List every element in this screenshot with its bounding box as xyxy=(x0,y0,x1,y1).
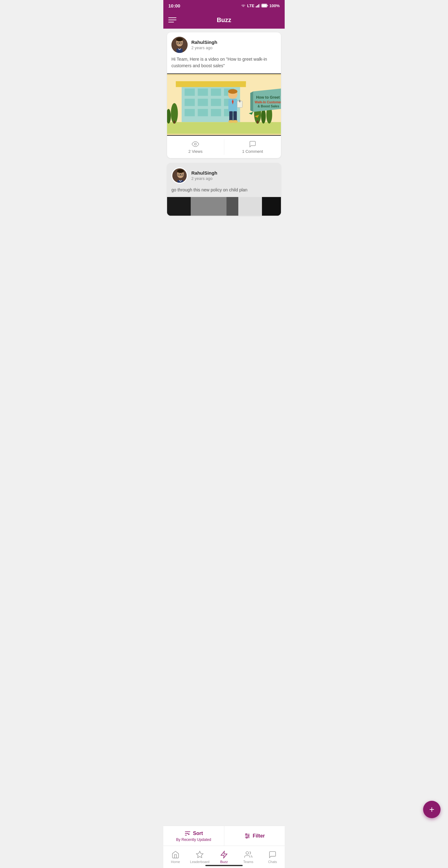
svg-rect-3 xyxy=(259,4,260,7)
avatar-2 xyxy=(171,167,188,184)
svg-rect-19 xyxy=(211,88,221,96)
post-text-2: go through this new policy on child plan xyxy=(167,187,281,197)
preview-light-1 xyxy=(191,197,226,216)
svg-point-44 xyxy=(232,120,238,123)
status-icons: LTE 100% xyxy=(241,3,280,8)
svg-rect-25 xyxy=(185,109,195,116)
post-card-2: RahulSingh 2 years ago go through this n… xyxy=(167,163,281,216)
comments-count: 1 Comment xyxy=(242,149,263,154)
svg-rect-26 xyxy=(198,109,208,116)
svg-rect-27 xyxy=(211,109,221,116)
svg-rect-17 xyxy=(185,88,195,96)
battery-icon xyxy=(261,4,268,7)
svg-rect-12 xyxy=(177,49,183,53)
svg-rect-18 xyxy=(198,88,208,96)
svg-point-11 xyxy=(176,38,183,41)
preview-dark-1 xyxy=(167,197,191,216)
post-header-2: RahulSingh 2 years ago xyxy=(167,163,281,187)
svg-marker-47 xyxy=(253,88,281,112)
avatar-1 xyxy=(171,37,188,53)
post-author-2: RahulSingh xyxy=(191,170,277,176)
wifi-icon xyxy=(241,4,246,7)
svg-text:How to Greet: How to Greet xyxy=(256,95,280,100)
menu-button[interactable] xyxy=(168,18,177,23)
svg-rect-16 xyxy=(176,81,246,87)
post-time-1: 2 years ago xyxy=(191,45,277,50)
post-meta-2: RahulSingh 2 years ago xyxy=(191,170,277,181)
post-card-1: RahulSingh 2 years ago Hi Team, Here is … xyxy=(167,32,281,158)
svg-point-30 xyxy=(171,103,178,124)
svg-rect-34 xyxy=(257,121,259,124)
page-title: Buzz xyxy=(177,17,271,24)
views-count: 2 Views xyxy=(189,149,202,154)
svg-rect-5 xyxy=(262,4,267,7)
svg-text:& Boost Sales: & Boost Sales xyxy=(258,104,279,108)
post-author-1: RahulSingh xyxy=(191,39,277,45)
status-bar: 10:00 LTE 100% xyxy=(163,0,285,11)
preview-dark-2 xyxy=(262,197,281,216)
post-text-1: Hi Team, Here is a video on "How to gree… xyxy=(167,56,281,73)
svg-rect-41 xyxy=(229,112,233,122)
views-button[interactable]: 2 Views xyxy=(167,136,224,158)
eye-icon xyxy=(192,141,199,148)
svg-point-38 xyxy=(228,89,237,94)
svg-point-35 xyxy=(261,109,266,124)
preview-mid-1 xyxy=(226,197,238,216)
svg-rect-0 xyxy=(256,6,257,7)
signal-icon xyxy=(256,4,260,7)
post-header-1: RahulSingh 2 years ago xyxy=(167,32,281,56)
svg-rect-23 xyxy=(211,99,221,106)
comment-icon xyxy=(249,141,256,148)
svg-text:Walk-In Customers: Walk-In Customers xyxy=(255,100,281,104)
post-time-2: 2 years ago xyxy=(191,176,277,181)
svg-rect-22 xyxy=(198,99,208,106)
post-video-1[interactable]: How to Greet Walk-In Customers & Boost S… xyxy=(167,73,281,136)
post-meta-1: RahulSingh 2 years ago xyxy=(191,39,277,50)
preview-white-1 xyxy=(238,197,262,216)
feed-content: RahulSingh 2 years ago Hi Team, Here is … xyxy=(163,29,285,264)
battery-label: 100% xyxy=(269,3,280,8)
post-preview-2 xyxy=(167,197,281,216)
status-time: 10:00 xyxy=(168,3,180,8)
svg-marker-48 xyxy=(250,92,253,112)
svg-rect-61 xyxy=(177,180,184,184)
svg-point-60 xyxy=(177,169,184,173)
svg-rect-2 xyxy=(258,4,259,7)
svg-rect-46 xyxy=(239,100,241,102)
svg-rect-21 xyxy=(185,99,195,106)
app-header: Buzz xyxy=(163,11,285,29)
svg-rect-42 xyxy=(233,112,237,122)
svg-rect-31 xyxy=(173,121,175,124)
svg-rect-29 xyxy=(167,122,281,134)
post-actions-1: 2 Views 1 Comment xyxy=(167,136,281,158)
lte-label: LTE xyxy=(247,3,255,8)
svg-rect-1 xyxy=(257,5,258,7)
svg-point-54 xyxy=(194,143,196,145)
comments-button[interactable]: 1 Comment xyxy=(224,136,281,158)
